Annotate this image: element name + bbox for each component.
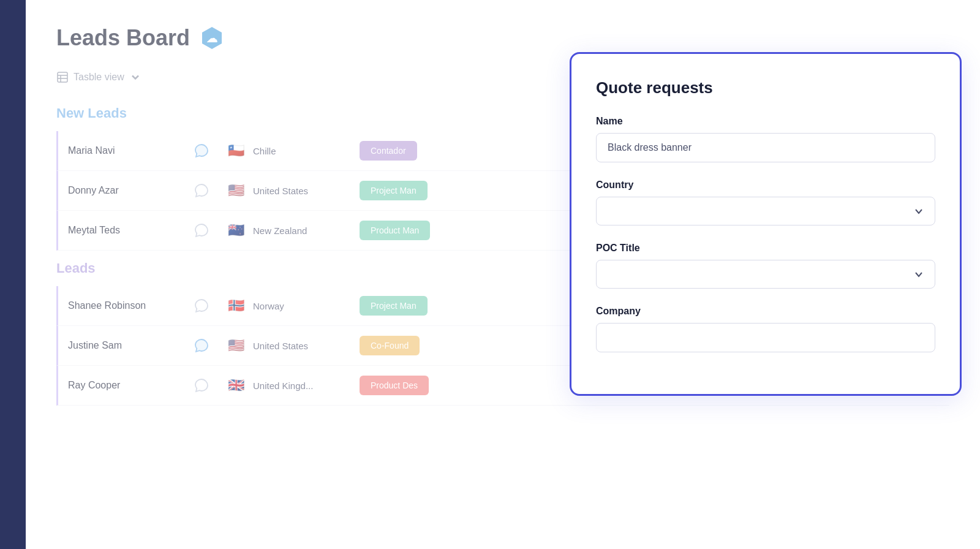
company-label: Company <box>596 306 935 317</box>
country-label: Country <box>596 180 935 191</box>
name-input[interactable] <box>596 133 935 162</box>
country-select[interactable]: United States Norway New Zealand United … <box>596 197 935 225</box>
sidebar <box>0 0 26 549</box>
poc-title-select[interactable]: Mr. Ms. Dr. <box>596 260 935 289</box>
company-field-group: Company <box>596 306 935 352</box>
country-select-wrapper: United States Norway New Zealand United … <box>596 197 935 225</box>
country-field-group: Country United States Norway New Zealand… <box>596 180 935 225</box>
name-field-group: Name <box>596 116 935 162</box>
modal-title: Quote requests <box>596 78 935 97</box>
poc-title-select-wrapper: Mr. Ms. Dr. <box>596 260 935 289</box>
poc-title-field-group: POC Title Mr. Ms. Dr. <box>596 243 935 289</box>
poc-title-label: POC Title <box>596 243 935 254</box>
main-content: Leads Board ☁ Tasble view New Leads Mari… <box>26 0 980 549</box>
name-label: Name <box>596 116 935 127</box>
quote-requests-modal: Quote requests Name Country United State… <box>570 52 962 396</box>
company-input[interactable] <box>596 323 935 352</box>
